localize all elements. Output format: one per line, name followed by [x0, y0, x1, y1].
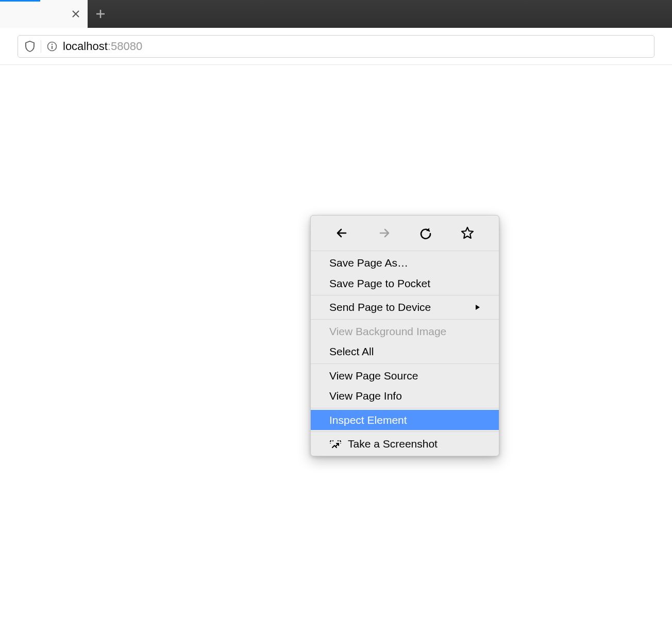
- forward-button[interactable]: [374, 223, 394, 243]
- svg-point-1: [52, 43, 53, 44]
- tab-bar: [0, 0, 672, 28]
- menu-item-view-source[interactable]: View Page Source: [311, 366, 499, 386]
- reload-button[interactable]: [415, 223, 436, 243]
- menu-item-select-all[interactable]: Select All: [311, 341, 499, 362]
- browser-tab[interactable]: [0, 0, 88, 28]
- close-tab-icon[interactable]: [71, 9, 80, 19]
- back-button[interactable]: [332, 223, 352, 243]
- context-menu-nav-row: [311, 216, 499, 251]
- menu-item-view-info[interactable]: View Page Info: [311, 386, 499, 406]
- menu-item-view-bg-image: View Background Image: [311, 321, 499, 342]
- menu-item-inspect-element[interactable]: Inspect Element: [311, 410, 499, 431]
- context-menu: Save Page As… Save Page to Pocket Send P…: [310, 215, 499, 456]
- info-icon[interactable]: [46, 41, 58, 52]
- new-tab-button[interactable]: [88, 0, 113, 28]
- url-host: localhost: [63, 40, 108, 53]
- address-bar[interactable]: localhost:58080: [18, 35, 654, 58]
- screenshot-icon: [329, 439, 342, 449]
- submenu-arrow-icon: [475, 304, 480, 310]
- menu-item-save-to-pocket[interactable]: Save Page to Pocket: [311, 273, 499, 294]
- menu-item-take-screenshot[interactable]: Take a Screenshot: [311, 434, 499, 454]
- svg-rect-2: [52, 46, 53, 49]
- menu-item-save-page-as[interactable]: Save Page As…: [311, 253, 499, 273]
- menu-item-send-to-device[interactable]: Send Page to Device: [311, 297, 499, 318]
- separator: [41, 40, 41, 53]
- url-port: :58080: [108, 40, 142, 53]
- tab-loading-indicator: [0, 0, 40, 2]
- shield-icon[interactable]: [24, 41, 36, 52]
- url-text: localhost:58080: [63, 40, 142, 53]
- address-row: localhost:58080: [0, 28, 672, 65]
- bookmark-button[interactable]: [457, 223, 478, 243]
